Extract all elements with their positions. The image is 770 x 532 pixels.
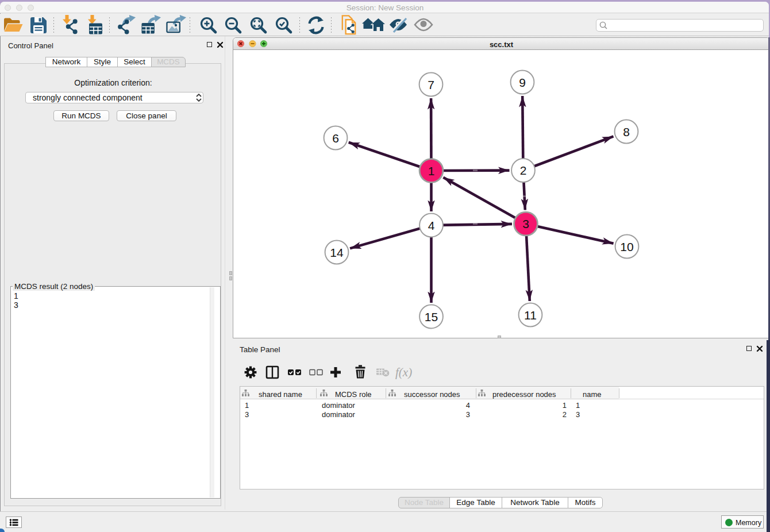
svg-text:1: 1: [428, 164, 435, 178]
svg-text:3: 3: [522, 217, 529, 230]
svg-text:6: 6: [332, 132, 339, 145]
svg-text:4: 4: [428, 219, 435, 232]
svg-text:9: 9: [519, 76, 526, 89]
svg-text:2: 2: [520, 164, 527, 177]
svg-text:8: 8: [623, 125, 630, 138]
svg-text:10: 10: [620, 240, 633, 253]
svg-text:14: 14: [330, 246, 344, 259]
svg-text:15: 15: [425, 310, 438, 323]
svg-text:11: 11: [524, 309, 537, 322]
svg-text:f(x): f(x): [395, 365, 412, 379]
svg-text:7: 7: [428, 78, 434, 91]
